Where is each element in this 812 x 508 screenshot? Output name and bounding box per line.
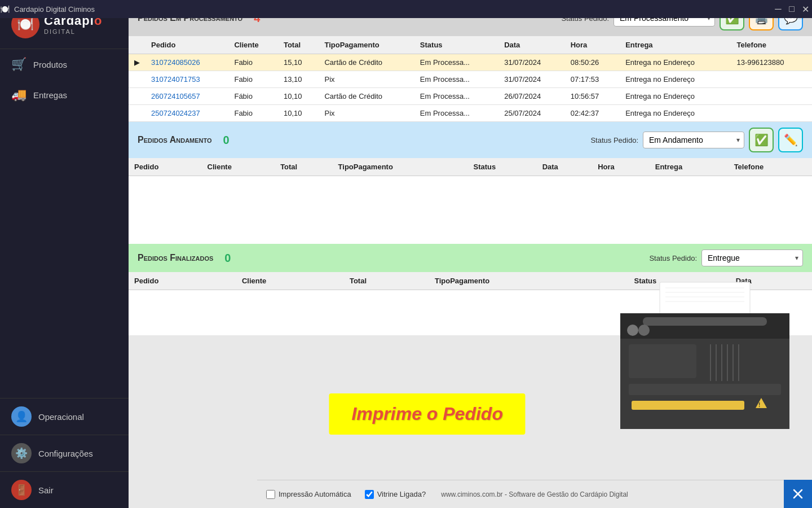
table-row[interactable]: 250724024237 Fabio 10,10 Pix Em Processa… <box>129 105 812 122</box>
th-total-fin: Total <box>344 272 429 290</box>
status-area-andamento: Status Pedido: Em Andamento Em Processam… <box>590 128 803 152</box>
th-status-proc: Status <box>414 36 498 54</box>
sidebar-item-produtos[interactable]: 🛒 Produtos <box>0 49 129 80</box>
th-entrega-proc: Entrega <box>620 36 731 54</box>
chat-icon-andamento: ✏️ <box>784 133 798 147</box>
sidebar-item-label-operacional: Operacional <box>38 412 84 422</box>
checkbox-impressao-wrap: Impressão Automática <box>266 490 351 499</box>
sidebar-item-configuracoes[interactable]: ⚙️ Configurações <box>0 435 129 471</box>
checkbox-impressao[interactable] <box>266 490 275 499</box>
section-andamento: Pedidos Andamento 0 Status Pedido: Em An… <box>129 122 812 244</box>
th-total-proc: Total <box>278 36 319 54</box>
th-data-and: Data <box>537 158 593 176</box>
th-telefone-and: Telefone <box>729 158 812 176</box>
checkbox-vitrine[interactable] <box>365 490 374 499</box>
gear-icon: ⚙️ <box>11 443 32 463</box>
row-tipo: Pix <box>319 71 414 88</box>
row-cliente: Fabio <box>228 105 277 122</box>
svg-text:!: ! <box>758 402 760 408</box>
th-cliente-proc: Cliente <box>228 36 277 54</box>
th-pedido-proc: Pedido <box>145 36 228 54</box>
ok-icon-andamento: ✅ <box>754 133 769 147</box>
row-tipo: Cartão de Crédito <box>319 54 414 71</box>
row-arrow <box>129 71 145 88</box>
table-row[interactable]: 260724105657 Fábio 10,10 Cartão de Crédi… <box>129 88 812 105</box>
footer: Impressão Automática Vitrine Ligada? www… <box>257 480 812 508</box>
row-tipo: Pix <box>319 105 414 122</box>
sidebar-item-sair[interactable]: 🚪 Sair <box>0 471 129 508</box>
table-container-andamento: Pedido Cliente Total TipoPagamento Statu… <box>129 158 812 244</box>
row-entrega: Entrega no Endereço <box>620 88 731 105</box>
row-pedido: 260724105657 <box>145 88 228 105</box>
svg-point-8 <box>638 325 650 336</box>
svg-rect-20 <box>629 344 696 378</box>
checkbox-impressao-label: Impressão Automática <box>279 490 351 498</box>
andamento-empty-space <box>129 176 812 244</box>
row-arrow <box>129 105 145 122</box>
row-total: 13,10 <box>278 71 319 88</box>
footer-close-button[interactable] <box>784 480 812 508</box>
th-pedido-and: Pedido <box>129 158 202 176</box>
row-data: 31/07/2024 <box>498 54 565 71</box>
section-count-andamento: 0 <box>223 134 230 147</box>
minimize-button[interactable]: ─ <box>771 2 785 16</box>
th-total-and: Total <box>275 158 332 176</box>
row-entrega: Entrega no Endereço <box>620 71 731 88</box>
user-avatar: 👤 <box>11 406 32 427</box>
close-x-icon <box>792 488 804 500</box>
svg-point-7 <box>627 325 638 336</box>
chat-button-andamento[interactable]: ✏️ <box>778 128 803 152</box>
table-row[interactable]: ▶ 310724085026 Fabio 15,10 Cartão de Cré… <box>129 54 812 71</box>
checkbox-vitrine-label: Vitrine Ligada? <box>377 490 426 498</box>
svg-rect-6 <box>643 317 767 326</box>
row-total: 15,10 <box>278 54 319 71</box>
section-processamento: Pedidos Em Processamento 4 Status Pedido… <box>129 0 812 122</box>
table-row[interactable]: 310724071753 Fabio 13,10 Pix Em Processa… <box>129 71 812 88</box>
main-content: Pedidos Em Processamento 4 Status Pedido… <box>129 0 812 508</box>
truck-icon: 🚚 <box>11 87 27 102</box>
table-andamento: Pedido Cliente Total TipoPagamento Statu… <box>129 158 812 176</box>
th-entrega-and: Entrega <box>650 158 729 176</box>
row-hora: 10:56:57 <box>565 88 620 105</box>
sidebar-item-entregas[interactable]: 🚚 Entregas <box>0 80 129 110</box>
status-select-wrap-andamento[interactable]: Em Andamento Em Processamento Entregue C… <box>643 132 744 148</box>
row-data: 31/07/2024 <box>498 71 565 88</box>
row-status: Em Processa... <box>414 71 498 88</box>
titlebar: 🍽️ Cardapio Digital Ciminos ─ □ ✕ <box>0 0 812 18</box>
row-hora: 08:50:26 <box>565 54 620 71</box>
status-select-andamento[interactable]: Em Andamento Em Processamento Entregue C… <box>643 132 744 148</box>
section-title-finalizado: Pedidos Finalizados <box>138 253 213 263</box>
sidebar-item-operacional[interactable]: 👤 Operacional <box>0 398 129 435</box>
logo-sub: Digital <box>44 28 102 35</box>
titlebar-icon: 🍽️ <box>0 5 10 14</box>
maximize-button[interactable]: □ <box>785 2 798 16</box>
sidebar-item-label-entregas: Entregas <box>33 90 67 100</box>
row-hora: 02:42:37 <box>565 105 620 122</box>
tbody-processamento: ▶ 310724085026 Fabio 15,10 Cartão de Cré… <box>129 54 812 122</box>
row-status: Em Processa... <box>414 88 498 105</box>
ok-button-andamento[interactable]: ✅ <box>749 128 774 152</box>
sidebar: 🍽️ Cardápio Digital 🛒 Produtos 🚚 Entrega… <box>0 0 129 508</box>
titlebar-title: Cardapio Digital Ciminos <box>14 5 771 14</box>
row-tipo: Cartão de Crédito <box>319 88 414 105</box>
table-container-processamento: Pedido Cliente Total TipoPagamento Statu… <box>129 36 812 122</box>
imprime-label: Imprime o Pedido <box>329 393 525 435</box>
printer-overlay: ! <box>541 254 812 480</box>
row-arrow <box>129 88 145 105</box>
th-hora-and: Hora <box>592 158 650 176</box>
close-button[interactable]: ✕ <box>798 2 812 16</box>
row-total: 10,10 <box>278 88 319 105</box>
row-cliente: Fábio <box>228 88 277 105</box>
section-count-finalizado: 0 <box>224 252 231 265</box>
th-telefone-proc: Telefone <box>731 36 813 54</box>
svg-rect-10 <box>629 384 781 395</box>
row-hora: 07:17:53 <box>565 71 620 88</box>
th-data-proc: Data <box>498 36 565 54</box>
table-header-row-processamento: Pedido Cliente Total TipoPagamento Statu… <box>129 36 812 54</box>
th-tipo-and: TipoPagamento <box>333 158 468 176</box>
th-hora-proc: Hora <box>565 36 620 54</box>
row-status: Em Processa... <box>414 105 498 122</box>
sidebar-bottom: 👤 Operacional ⚙️ Configurações 🚪 Sair <box>0 398 129 508</box>
cart-icon: 🛒 <box>11 57 27 72</box>
sidebar-item-label-produtos: Produtos <box>33 60 67 69</box>
